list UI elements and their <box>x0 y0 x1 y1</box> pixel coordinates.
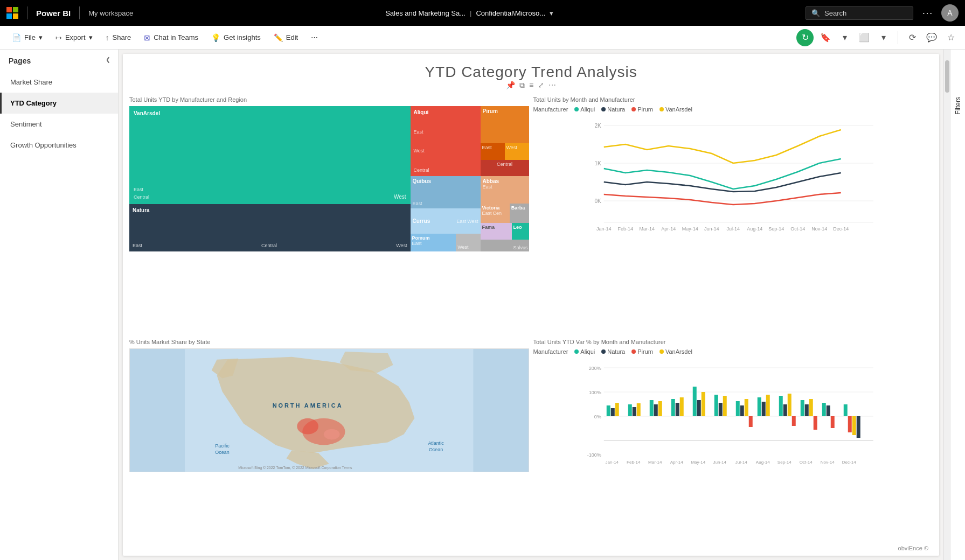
svg-text:Apr-14: Apr-14 <box>661 226 676 232</box>
top-navigation-bar: Power BI My workspace Sales and Marketin… <box>0 0 965 26</box>
tm-salvus-small: Salvus <box>513 245 527 250</box>
bar-chart-panel: Total Units YTD Var % by Month and Manuf… <box>533 339 933 555</box>
file-button[interactable]: 📄 File ▾ <box>6 31 48 44</box>
chat-in-teams-button[interactable]: ⊠ Chat in Teams <box>138 31 204 44</box>
svg-rect-72 <box>830 416 834 428</box>
svg-rect-65 <box>792 416 795 426</box>
svg-rect-46 <box>671 399 675 416</box>
svg-rect-39 <box>615 403 619 416</box>
pin-icon[interactable]: 📌 <box>506 81 515 90</box>
map-panel: % Units Market Share by State <box>129 339 529 555</box>
get-insights-button[interactable]: 💡 Get insights <box>206 31 266 44</box>
tm-fama-label: Fama <box>482 225 510 230</box>
filters-label[interactable]: Filters <box>952 93 964 119</box>
svg-text:Ocean: Ocean <box>429 447 443 452</box>
sidebar-item-market-share[interactable]: Market Share <box>0 72 118 93</box>
nav-divider2 <box>79 6 80 19</box>
svg-text:Nov-14: Nov-14 <box>820 460 834 465</box>
svg-rect-64 <box>787 394 791 416</box>
copy-icon[interactable]: ⧉ <box>519 81 525 90</box>
legend-natura: Natura <box>607 106 625 113</box>
report-canvas: YTD Category Trend Analysis 📌 ⧉ ≡ ⤢ ⋯ To… <box>123 54 939 556</box>
sidebar-header: Pages 《 <box>0 50 118 72</box>
tm-abbas-label: Abbas <box>483 178 527 184</box>
bookmark-dropdown-icon[interactable]: ▾ <box>837 30 852 45</box>
export-button[interactable]: ↦ Export ▾ <box>50 31 98 44</box>
svg-text:Jun-14: Jun-14 <box>713 460 726 465</box>
sidebar-item-ytd-category[interactable]: YTD Category <box>0 93 118 114</box>
sidebar-item-sentiment[interactable]: Sentiment <box>0 114 118 135</box>
svg-text:Jan-14: Jan-14 <box>605 460 619 465</box>
nav-divider <box>27 6 27 19</box>
workspace-label[interactable]: My workspace <box>88 9 133 17</box>
bookmark-icon[interactable]: 🔖 <box>818 30 833 45</box>
sidebar-collapse-button[interactable]: 《 <box>103 56 109 65</box>
view-icon[interactable]: ⬜ <box>857 30 872 45</box>
user-avatar[interactable]: A <box>941 4 959 22</box>
sensitivity-label: Confidential\Microso... <box>476 9 545 17</box>
share-button[interactable]: ↑ Share <box>100 31 137 44</box>
filter-lines-icon[interactable]: ≡ <box>529 81 533 90</box>
vertical-scrollbar[interactable] <box>943 50 950 560</box>
legend-vanarsdel-dot <box>659 107 664 111</box>
scroll-thumb[interactable] <box>945 60 949 93</box>
svg-text:-100%: -100% <box>587 452 601 458</box>
file-icon: 📄 <box>12 33 21 42</box>
line-chart-label: Total Units by Month and Manufacturer <box>533 96 933 103</box>
refresh-button[interactable]: ↻ <box>796 29 814 46</box>
svg-rect-37 <box>606 405 610 416</box>
svg-rect-48 <box>679 397 683 416</box>
svg-text:Sep-14: Sep-14 <box>768 226 784 232</box>
svg-rect-71 <box>826 405 830 416</box>
microsoft-logo <box>6 7 18 19</box>
bar-legend-aliqui-dot <box>574 349 579 354</box>
comment-icon[interactable]: 💬 <box>924 30 939 45</box>
treemap-chart[interactable]: VanArsdel East Central West Natura East … <box>129 106 529 251</box>
expand-icon[interactable]: ⤢ <box>538 81 544 90</box>
more-icon: ⋯ <box>311 33 318 41</box>
bar-legend-vanarsdel-dot <box>659 349 664 354</box>
svg-rect-52 <box>714 395 718 416</box>
svg-text:Ocean: Ocean <box>215 450 229 455</box>
ellipsis-icon[interactable]: ⋯ <box>549 81 556 90</box>
svg-text:Dec-14: Dec-14 <box>842 460 856 465</box>
tm-leo-label: Leo <box>513 225 527 230</box>
bar-legend-pirum: Pirum <box>637 348 653 355</box>
reload-icon[interactable]: ⟳ <box>905 30 920 45</box>
line-chart-panel: Total Units by Month and Manufacturer Ma… <box>533 96 933 334</box>
favorite-icon[interactable]: ☆ <box>943 30 959 45</box>
legend-pirum-dot <box>631 107 636 111</box>
filters-panel: Filters <box>950 50 965 560</box>
teams-icon: ⊠ <box>144 33 150 42</box>
svg-text:Jul-14: Jul-14 <box>735 460 747 465</box>
more-toolbar-options[interactable]: ⋯ <box>306 31 323 44</box>
legend-pirum: Pirum <box>637 106 653 113</box>
tm-pirum-label: Pirum <box>483 108 527 114</box>
search-box[interactable]: 🔍 Search <box>806 6 913 20</box>
legend-aliqui-dot <box>574 107 579 111</box>
bar-legend-natura-dot <box>601 349 606 354</box>
pages-title: Pages <box>9 57 31 65</box>
toolbar-divider <box>898 31 898 44</box>
tm-salvus-label: West <box>457 244 468 250</box>
svg-rect-43 <box>649 400 653 416</box>
tm-currus-label: Currus <box>413 218 431 224</box>
svg-text:2K: 2K <box>594 123 601 129</box>
svg-rect-62 <box>779 396 782 416</box>
tm-natura-label: Natura <box>133 207 407 213</box>
svg-point-21 <box>297 418 318 435</box>
bar-legend-natura: Natura <box>607 348 625 355</box>
more-options-icon[interactable]: ⋯ <box>922 6 933 19</box>
sidebar-item-growth-opportunities[interactable]: Growth Opportunities <box>0 135 118 156</box>
toolbar-right-section: ↻ 🔖 ▾ ⬜ ▾ ⟳ 💬 ☆ <box>796 29 959 46</box>
svg-point-22 <box>324 429 340 440</box>
view-dropdown-icon[interactable]: ▾ <box>876 30 891 45</box>
sensitivity-dropdown-arrow[interactable]: ▾ <box>550 9 553 17</box>
powerbi-brand: Power BI <box>36 9 71 18</box>
svg-rect-44 <box>654 404 657 416</box>
svg-text:Jan-14: Jan-14 <box>596 226 611 232</box>
svg-text:Jun-14: Jun-14 <box>704 226 719 232</box>
svg-text:Dec-14: Dec-14 <box>833 226 849 232</box>
edit-button[interactable]: ✏️ Edit <box>268 31 303 44</box>
map-chart[interactable]: NORTH AMERICA Pacific Ocean Atlantic Oce… <box>129 348 529 472</box>
